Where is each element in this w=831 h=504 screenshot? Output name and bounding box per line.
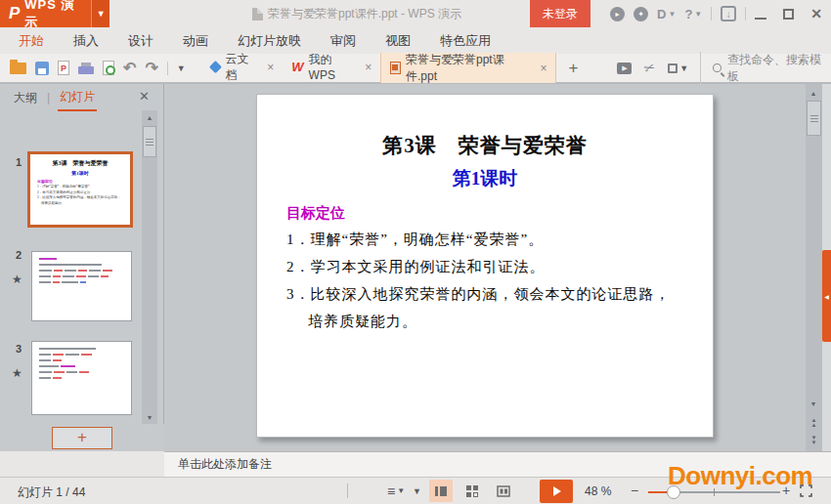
- slide-sorter-view-button[interactable]: [460, 480, 484, 502]
- slide-title[interactable]: 第3课 荣誉与爱荣誉: [257, 132, 713, 159]
- scroll-down-icon[interactable]: ▼: [806, 397, 821, 410]
- menu-item-8[interactable]: 特色应用: [425, 32, 505, 50]
- mini-slide-heading: 目标定位: [37, 179, 130, 184]
- divider: [745, 7, 746, 21]
- mini-slide-line: 2．学习本文采用的例证法和引证法。: [37, 190, 125, 195]
- mini-slide-subtitle: 第1课时: [30, 170, 130, 176]
- transition-star-icon: ★: [12, 366, 22, 380]
- notes-options-icon[interactable]: ≡▼: [387, 483, 405, 499]
- divider: |: [47, 91, 50, 105]
- slide-body-line: 3．比较深入地探究荣誉的内涵，领会本文的论证思路，: [286, 280, 693, 308]
- wps-menu-button[interactable]: P WPS 演示 ▼: [0, 0, 109, 27]
- slide-number: 3: [16, 343, 22, 355]
- member-center-icon[interactable]: ✦: [634, 7, 648, 21]
- mini-slide-line: 培养质疑能力。: [37, 201, 125, 206]
- document-tabs: 云文档×W我的WPS×荣誉与爱荣誉ppt课件.ppt×: [201, 53, 557, 83]
- divider: [711, 7, 712, 21]
- previous-slide-icon[interactable]: ▲▲: [806, 415, 822, 430]
- chevron-down-icon[interactable]: ▼: [91, 0, 109, 27]
- document-icon: [252, 8, 263, 21]
- quick-toolbar: P ↶ ↷ ▼ 云文档×W我的WPS×荣誉与爱荣誉ppt课件.ppt× + ▶ …: [0, 54, 831, 84]
- normal-view-button[interactable]: [429, 480, 453, 502]
- slide-body-line: 2．学习本文采用的例证法和引证法。: [286, 253, 693, 280]
- task-pane-toggle[interactable]: ◀: [822, 250, 831, 342]
- notes-panel[interactable]: 单击此处添加备注: [164, 451, 831, 477]
- slide-thumbnail-3[interactable]: [31, 341, 132, 415]
- zoom-in-icon[interactable]: +: [782, 483, 790, 498]
- menu-item-6[interactable]: 审阅: [316, 32, 371, 50]
- menu-item-2[interactable]: 插入: [59, 32, 113, 50]
- export-pdf-icon[interactable]: P: [58, 61, 69, 75]
- search-input[interactable]: 查找命令、搜索模板: [700, 52, 831, 85]
- menu-item-7[interactable]: 视图: [371, 32, 425, 50]
- chevron-down-icon[interactable]: ▼: [413, 486, 421, 496]
- doc-tab-label: 云文档: [225, 51, 259, 84]
- close-tab-icon[interactable]: ×: [267, 61, 274, 74]
- window-title: 荣誉与爱荣誉ppt课件.ppt - WPS 演示: [196, 0, 518, 27]
- tab-slides[interactable]: 幻灯片: [58, 84, 97, 111]
- tools-icon[interactable]: ✂: [642, 60, 657, 77]
- add-slide-button[interactable]: +: [52, 427, 112, 449]
- help-menu-icon[interactable]: ?▼: [684, 7, 702, 21]
- doc-tab-3[interactable]: 荣誉与爱荣誉ppt课件.ppt×: [380, 53, 556, 83]
- new-tab-button[interactable]: +: [556, 59, 590, 78]
- next-slide-icon[interactable]: ▼▼: [806, 433, 822, 447]
- menu-item-5[interactable]: 幻灯片放映: [223, 32, 316, 50]
- slide-editor[interactable]: 第3课 荣誉与爱荣誉 第1课时 目标定位 1．理解“荣誉”，明确怎样“爱荣誉”。…: [256, 94, 714, 438]
- close-panel-icon[interactable]: ✕: [139, 89, 150, 104]
- slides-panel: 大纲 | 幻灯片 ✕ 1第3课 荣誉与爱荣誉第1课时目标定位1．理解“荣誉”，明…: [0, 84, 164, 451]
- zoom-slider-handle[interactable]: [667, 485, 680, 499]
- open-file-icon[interactable]: [10, 63, 26, 74]
- tab-outline[interactable]: 大纲: [12, 85, 39, 110]
- slide-body[interactable]: 1．理解“荣誉”，明确怎样“爱荣誉”。2．学习本文采用的例证法和引证法。3．比较…: [286, 226, 693, 335]
- slide-heading[interactable]: 目标定位: [286, 204, 345, 223]
- save-icon[interactable]: [35, 62, 49, 75]
- undo-icon[interactable]: ↶: [123, 62, 136, 75]
- divider: [167, 62, 168, 75]
- feedback-icon[interactable]: ▸: [610, 7, 625, 21]
- close-tab-icon[interactable]: ×: [540, 62, 547, 75]
- scrollbar-thumb[interactable]: [807, 101, 821, 136]
- menu-item-4[interactable]: 动画: [168, 32, 223, 50]
- customize-toolbar-icon[interactable]: ▼: [177, 63, 186, 73]
- play-slideshow-button[interactable]: [540, 480, 573, 503]
- menu-item-3[interactable]: 设计: [113, 32, 168, 50]
- slide-subtitle[interactable]: 第1课时: [257, 166, 713, 191]
- menu-item-1[interactable]: 开始: [4, 32, 59, 50]
- close-tab-icon[interactable]: ×: [365, 61, 372, 74]
- redo-icon[interactable]: ↷: [145, 62, 157, 75]
- zoom-out-icon[interactable]: −: [631, 483, 638, 498]
- mini-slide-line: 1．理解“荣誉”，明确怎样“爱荣誉”。: [37, 185, 125, 189]
- more-options-icon[interactable]: ▼: [668, 63, 688, 73]
- reading-view-button[interactable]: [492, 480, 515, 502]
- docer-menu-icon[interactable]: D▼: [657, 7, 676, 21]
- maximize-button[interactable]: [783, 9, 794, 20]
- slide-number: 1: [16, 156, 22, 168]
- window-title-text: 荣誉与爱荣誉ppt课件.ppt - WPS 演示: [268, 6, 461, 22]
- vertical-scrollbar[interactable]: ▲ ▼ ▲▲ ▼▼: [806, 84, 822, 451]
- scroll-up-icon[interactable]: ▲: [806, 86, 821, 100]
- close-button[interactable]: ✕: [807, 6, 826, 21]
- minimize-button[interactable]: [755, 8, 766, 20]
- doc-tab-2[interactable]: W我的WPS×: [283, 53, 380, 81]
- scrollbar-thumb[interactable]: [143, 126, 156, 157]
- menu-bar: 开始插入设计动画幻灯片放映审阅视图特色应用: [0, 27, 831, 54]
- slide-body-line: 1．理解“荣誉”，明确怎样“爱荣誉”。: [286, 226, 693, 253]
- slide-thumbnail-2[interactable]: [31, 251, 132, 321]
- play-slideshow-icon[interactable]: ▶: [617, 63, 632, 74]
- login-button[interactable]: 未登录: [530, 0, 590, 27]
- print-preview-icon[interactable]: [103, 61, 114, 75]
- doc-tab-label: 荣誉与爱荣誉ppt课件.ppt: [406, 52, 532, 85]
- scroll-down-icon[interactable]: ▼: [142, 410, 157, 424]
- title-bar: P WPS 演示 ▼ 荣誉与爱荣誉ppt课件.ppt - WPS 演示 未登录 …: [0, 0, 831, 27]
- slide-thumbnail-1[interactable]: 第3课 荣誉与爱荣誉第1课时目标定位1．理解“荣誉”，明确怎样“爱荣誉”。2．学…: [27, 151, 133, 228]
- slide-number: 2: [16, 249, 22, 261]
- download-update-icon[interactable]: ↓: [721, 6, 736, 21]
- doc-tab-1[interactable]: 云文档×: [201, 53, 284, 81]
- wps-presentation-window: P WPS 演示 ▼ 荣誉与爱荣誉ppt课件.ppt - WPS 演示 未登录 …: [0, 0, 831, 504]
- mini-slide-title: 第3课 荣誉与爱荣誉: [30, 159, 130, 168]
- print-icon[interactable]: [78, 66, 94, 74]
- fit-slide-icon[interactable]: [800, 484, 812, 500]
- scroll-up-icon[interactable]: ▲: [142, 110, 157, 124]
- thumbnail-scrollbar[interactable]: ▲ ▼: [142, 110, 157, 424]
